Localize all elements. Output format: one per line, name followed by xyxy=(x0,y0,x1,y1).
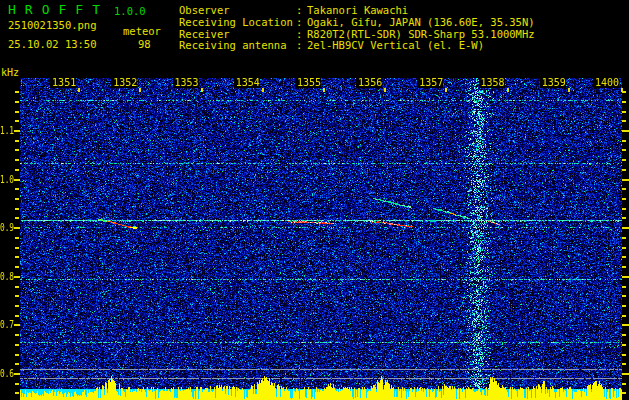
y-minor-tick-right xyxy=(622,256,626,258)
y-minor-tick-left xyxy=(15,354,19,356)
y-minor-tick-left xyxy=(15,383,19,385)
y-minor-tick-right xyxy=(622,149,626,151)
y-tick-label: 1.0 xyxy=(0,175,14,185)
y-minor-tick-right xyxy=(622,295,626,297)
y-minor-tick-left xyxy=(15,305,19,307)
y-major-tick-right xyxy=(622,276,629,278)
info-row-antenna: Receiving antenna : 2el-HB9CV Vertical (… xyxy=(179,40,535,52)
y-minor-tick-right xyxy=(622,247,626,249)
y-minor-tick-right xyxy=(622,315,626,317)
info-label: Receiving Location xyxy=(179,17,296,29)
y-minor-tick-right xyxy=(622,140,626,142)
y-tick-label: 0.6 xyxy=(0,369,14,379)
y-minor-tick-left xyxy=(15,140,19,142)
y-minor-tick-left xyxy=(15,344,19,346)
y-minor-tick-left xyxy=(15,256,19,258)
y-minor-tick-right xyxy=(622,91,626,93)
hrofft-screenshot: HROFFT 1.0.0 2510021350.png meteor 25.10… xyxy=(0,0,629,400)
y-minor-tick-left xyxy=(15,392,19,394)
y-minor-tick-right xyxy=(622,383,626,385)
y-minor-tick-left xyxy=(15,149,19,151)
y-minor-tick-left xyxy=(15,188,19,190)
y-minor-tick-left xyxy=(15,286,19,288)
info-value: Ogaki, Gifu, JAPAN (136.60E, 35.35N) xyxy=(307,17,535,29)
y-major-tick-right xyxy=(622,373,629,375)
info-label: Receiving antenna xyxy=(179,40,296,52)
y-minor-tick-right xyxy=(622,120,626,122)
y-axis-unit-label: kHz xyxy=(1,67,19,78)
y-major-tick-right xyxy=(622,179,629,181)
y-minor-tick-left xyxy=(15,159,19,161)
y-minor-tick-right xyxy=(622,188,626,190)
y-minor-tick-right xyxy=(622,217,626,219)
y-tick-label: 1.1 xyxy=(0,126,14,136)
y-major-tick-right xyxy=(622,130,629,132)
mode-label: meteor xyxy=(123,26,161,37)
spectrogram-canvas xyxy=(20,78,622,400)
y-minor-tick-left xyxy=(15,208,19,210)
y-minor-tick-left xyxy=(15,334,19,336)
y-tick-label: 0.9 xyxy=(0,223,14,233)
y-minor-tick-left xyxy=(15,169,19,171)
y-minor-tick-left xyxy=(15,101,19,103)
y-minor-tick-right xyxy=(622,344,626,346)
y-minor-tick-left xyxy=(15,198,19,200)
y-minor-tick-left xyxy=(15,266,19,268)
app-title: HROFFT xyxy=(8,3,109,17)
y-minor-tick-right xyxy=(622,169,626,171)
app-version: 1.0.0 xyxy=(114,6,146,17)
y-minor-tick-right xyxy=(622,159,626,161)
y-minor-tick-right xyxy=(622,208,626,210)
y-minor-tick-right xyxy=(622,111,626,113)
output-filename: 2510021350.png xyxy=(8,20,97,31)
y-minor-tick-left xyxy=(15,91,19,93)
y-tick-label: 0.7 xyxy=(0,320,14,330)
echo-count-value: 98 xyxy=(138,39,151,50)
y-major-tick-right xyxy=(622,227,629,229)
y-minor-tick-right xyxy=(622,334,626,336)
y-minor-tick-right xyxy=(622,101,626,103)
datetime-label: 25.10.02 13:50 xyxy=(8,39,97,50)
y-minor-tick-left xyxy=(15,247,19,249)
y-minor-tick-left xyxy=(15,315,19,317)
y-minor-tick-left xyxy=(15,120,19,122)
y-minor-tick-right xyxy=(622,266,626,268)
info-value: 2el-HB9CV Vertical (el. E-W) xyxy=(307,40,484,52)
y-minor-tick-right xyxy=(622,363,626,365)
y-minor-tick-left xyxy=(15,217,19,219)
y-minor-tick-right xyxy=(622,354,626,356)
y-minor-tick-right xyxy=(622,286,626,288)
y-tick-label: 0.8 xyxy=(0,272,14,282)
y-minor-tick-right xyxy=(622,392,626,394)
y-minor-tick-left xyxy=(15,363,19,365)
y-minor-tick-left xyxy=(15,295,19,297)
info-row-location: Receiving Location : Ogaki, Gifu, JAPAN … xyxy=(179,17,535,29)
station-info-block: Observer : Takanori Kawachi Receiving Lo… xyxy=(179,5,535,52)
y-minor-tick-right xyxy=(622,198,626,200)
y-minor-tick-left xyxy=(15,111,19,113)
y-minor-tick-right xyxy=(622,237,626,239)
y-major-tick-right xyxy=(622,324,629,326)
info-colon: : xyxy=(296,40,307,52)
y-minor-tick-right xyxy=(622,305,626,307)
y-minor-tick-left xyxy=(15,237,19,239)
info-colon: : xyxy=(296,17,307,29)
